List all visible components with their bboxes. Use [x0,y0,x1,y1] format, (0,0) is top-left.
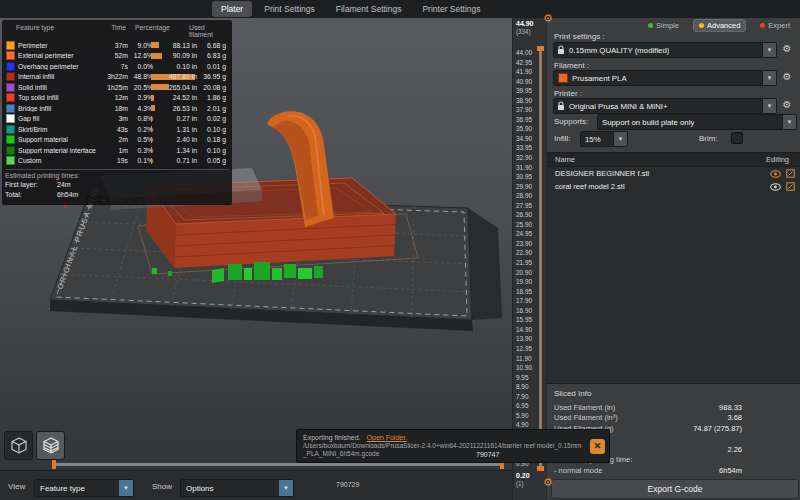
infill-combo[interactable]: 15% ▼ [580,131,628,147]
close-icon[interactable]: ✕ [590,439,605,454]
horizontal-move-slider[interactable] [54,463,502,466]
print-settings-gear-icon[interactable]: ⚙ [779,42,795,56]
slider-cog-icon-top[interactable]: ⚙ [543,13,553,24]
show-value: Options [181,484,214,493]
feature-filament-length: 26.53 in [153,105,197,112]
feature-filament-length: 88.13 in [153,42,197,49]
layer-tick-label: 27.95 [516,201,532,211]
editing-column-header: Editing [766,155,800,164]
feature-percentage: 0.2% [128,126,153,133]
feature-time: 43s [104,126,128,133]
filament-combo[interactable]: Prusament PLA ▼ [553,70,777,86]
feature-percentage: 2.9% [128,94,153,101]
feature-type-label: Skirt/Brim [18,126,104,133]
feature-filament-length: 0.27 in [153,115,197,122]
show-label: Show [152,482,172,491]
view-mode-buttons [4,431,65,460]
viewport-3d[interactable]: ORIGINAL PRUSA MINI [0,18,512,470]
layer-tick-label: 6.95 [516,401,532,411]
feature-time: 52m [104,52,128,59]
tab-filament-settings[interactable]: Filament Settings [327,1,411,17]
mode-advanced[interactable]: Advanced [693,19,746,32]
mode-label: Advanced [707,21,740,30]
layer-tick-label: 21.95 [516,258,532,268]
name-column-header: Name [547,155,575,164]
object-name: DESIGNER BEGINNER f.stl [555,169,766,178]
chevron-down-icon[interactable]: ▼ [762,99,776,113]
lock-icon [557,101,565,111]
printer-value: Original Prusa MINI & MINI+ [565,102,668,111]
legend-row: Internal infill3h22m48.8%487.80 in36.95 … [5,72,229,83]
feature-color-swatch [6,114,15,123]
edit-icon[interactable] [786,169,795,178]
layer-tick-label: 35.90 [516,124,532,134]
filament-gear-icon[interactable]: ⚙ [779,70,795,84]
chevron-down-icon[interactable]: ▼ [782,115,796,129]
layers-preview-button[interactable] [36,431,65,460]
3d-view-button[interactable] [4,431,33,460]
layer-tick-label: 17.90 [516,296,532,306]
visibility-eye-icon[interactable] [770,170,781,178]
layer-tick-label: 42.95 [516,58,532,68]
feature-percentage: 0.3% [128,147,153,154]
hslider-left-handle[interactable] [52,460,56,469]
brim-checkbox[interactable] [731,132,743,144]
slider-cog-icon-bottom[interactable]: ⚙ [543,477,553,488]
tab-print-settings[interactable]: Print Settings [255,1,324,17]
layer-tick-label: 32.90 [516,153,532,163]
tab-plater[interactable]: Plater [212,1,252,17]
printer-gear-icon[interactable]: ⚙ [779,98,795,112]
feature-color-swatch [6,41,15,50]
supports-combo[interactable]: Support on build plate only ▼ [597,114,797,130]
visibility-eye-icon[interactable] [770,183,781,191]
layer-tick-scale: 44.0042.9541.9040.9039.9538.9037.9036.95… [516,48,532,468]
layer-tick-label: 44.00 [516,48,532,58]
supports-value: Support on build plate only [598,118,694,127]
feature-filament-weight: 1.86 g [197,94,226,101]
feature-type-label: Custom [18,157,104,164]
legend-col-percentage: Percentage [126,24,187,38]
feature-color-swatch [6,83,15,92]
open-folder-link[interactable]: Open Folder. [367,433,407,442]
chevron-down-icon[interactable]: ▼ [762,71,776,85]
brim-label: Brim: [699,134,718,143]
layer-tick-label: 38.90 [516,96,532,106]
layer-slider-top-handle[interactable] [537,46,544,51]
sliced-info-value: 6h54m [719,466,742,475]
mode-expert[interactable]: Expert [755,20,795,31]
layer-slider-bottom-handle[interactable] [537,466,544,471]
print-settings-value: 0.15mm QUALITY (modified) [565,46,669,55]
layer-tick-label: 10.90 [516,363,532,373]
layer-tick-label: 26.90 [516,210,532,220]
object-list-item[interactable]: DESIGNER BEGINNER f.stl [547,167,800,180]
chevron-down-icon[interactable]: ▼ [762,43,776,57]
first-layer-time-row: First layer: 24m [5,181,229,191]
tab-bar: PlaterPrint SettingsFilament SettingsPri… [212,1,490,17]
mode-dot-icon [699,23,704,28]
hslider-value-label: 790747 [476,451,499,458]
print-settings-combo[interactable]: 0.15mm QUALITY (modified) ▼ [553,42,777,58]
feature-color-swatch [6,156,15,165]
edit-icon[interactable] [786,182,795,191]
toast-message: Exporting finished. [303,433,361,442]
tab-printer-settings[interactable]: Printer Settings [413,1,489,17]
chevron-down-icon[interactable]: ▼ [613,132,627,146]
export-gcode-button[interactable]: Export G-code [551,479,799,499]
chevron-down-icon[interactable]: ▼ [279,480,293,496]
object-list-item[interactable]: coral reef model 2.stl [547,180,800,193]
feature-color-swatch [6,93,15,102]
layer-tick-label: 13.90 [516,334,532,344]
sliced-info-label: Used Filament (in) [554,403,615,412]
mode-simple[interactable]: Simple [643,20,684,31]
layer-tick-label: 28.90 [516,191,532,201]
printer-combo[interactable]: Original Prusa MINI & MINI+ ▼ [553,98,777,114]
feature-percentage: 0.8% [128,115,153,122]
chevron-down-icon[interactable]: ▼ [119,480,133,496]
layer-tick-label: 36.95 [516,115,532,125]
layer-slider-top-label: 44.90 (334) [516,20,534,36]
legend-row: Perimeter37m9.0%88.13 in6.68 g [5,40,229,51]
view-combo[interactable]: Feature type ▼ [34,479,134,497]
show-combo[interactable]: Options ▼ [180,479,294,497]
feature-color-swatch [6,62,15,71]
feature-type-label: Bridge infill [18,105,104,112]
